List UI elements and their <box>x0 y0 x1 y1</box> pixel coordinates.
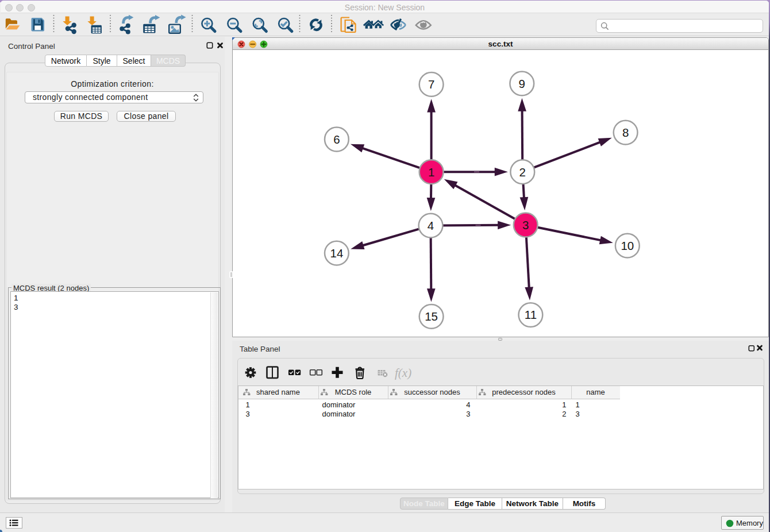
svg-text:11: 11 <box>525 308 537 321</box>
svg-text:10: 10 <box>621 239 634 252</box>
svg-text:7: 7 <box>428 78 434 91</box>
svg-text:6: 6 <box>333 133 340 146</box>
svg-text:9: 9 <box>519 77 525 90</box>
svg-text:1: 1 <box>428 165 434 179</box>
svg-text:14: 14 <box>330 246 343 260</box>
svg-text:2: 2 <box>519 165 526 179</box>
svg-text:4: 4 <box>428 219 434 232</box>
svg-text:f(x): f(x) <box>395 366 411 380</box>
svg-text:8: 8 <box>622 126 629 139</box>
svg-text:15: 15 <box>425 310 438 323</box>
svg-text:3: 3 <box>522 218 529 232</box>
